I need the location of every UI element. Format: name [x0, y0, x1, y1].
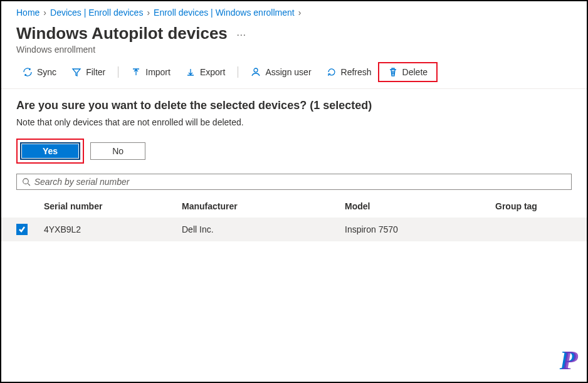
filter-icon	[71, 67, 81, 77]
chevron-right-icon: ›	[147, 8, 150, 18]
breadcrumb: Home › Devices | Enroll devices › Enroll…	[1, 1, 587, 21]
trash-icon	[388, 67, 398, 77]
cell-model: Inspiron 7570	[345, 224, 495, 234]
search-icon	[22, 177, 31, 186]
breadcrumb-home[interactable]: Home	[16, 8, 39, 18]
svg-point-0	[254, 68, 258, 72]
delete-label: Delete	[402, 67, 428, 77]
col-manufacturer[interactable]: Manufacturer	[182, 201, 345, 211]
export-icon	[186, 67, 196, 77]
confirm-note: Note that only devices that are not enro…	[16, 117, 572, 127]
filter-button[interactable]: Filter	[65, 65, 112, 80]
check-icon	[18, 226, 26, 233]
cell-serial: 4YXB9L2	[44, 224, 182, 234]
table-header: Serial number Manufacturer Model Group t…	[1, 195, 587, 218]
page-subtitle: Windows enrollment	[16, 45, 572, 55]
yes-highlight: Yes	[16, 139, 84, 164]
refresh-icon	[327, 67, 337, 77]
table-row[interactable]: 4YXB9L2 Dell Inc. Inspiron 7570	[1, 218, 587, 241]
breadcrumb-devices[interactable]: Devices | Enroll devices	[50, 8, 143, 18]
sync-icon	[23, 67, 33, 77]
toolbar: Sync Filter Import Export Assign user Re…	[1, 56, 587, 89]
row-checkbox[interactable]	[16, 224, 28, 235]
search-input[interactable]	[34, 177, 566, 187]
assign-user-label: Assign user	[265, 67, 311, 77]
confirm-dialog: Are you sure you want to delete the sele…	[1, 89, 587, 169]
col-group-tag[interactable]: Group tag	[495, 201, 572, 211]
sync-label: Sync	[37, 67, 56, 77]
no-button[interactable]: No	[90, 142, 145, 160]
sync-button[interactable]: Sync	[16, 65, 63, 80]
export-button[interactable]: Export	[179, 65, 231, 80]
chevron-right-icon: ›	[43, 8, 46, 18]
yes-button[interactable]: Yes	[20, 142, 80, 160]
watermark-logo: PP	[560, 345, 578, 375]
confirm-title: Are you sure you want to delete the sele…	[16, 99, 572, 112]
more-icon[interactable]: …	[236, 27, 246, 41]
refresh-label: Refresh	[341, 67, 372, 77]
page-title: Windows Autopilot devices	[16, 24, 228, 43]
import-button[interactable]: Import	[125, 65, 177, 80]
filter-label: Filter	[86, 67, 105, 77]
cell-manufacturer: Dell Inc.	[182, 224, 345, 234]
chevron-right-icon: ›	[298, 8, 302, 18]
svg-point-1	[23, 179, 29, 184]
assign-user-button[interactable]: Assign user	[244, 65, 317, 80]
import-label: Import	[145, 67, 171, 77]
import-icon	[131, 67, 141, 77]
breadcrumb-enrollment[interactable]: Enroll devices | Windows enrollment	[154, 8, 295, 18]
devices-table: Serial number Manufacturer Model Group t…	[1, 195, 587, 241]
user-icon	[251, 67, 261, 77]
delete-highlight: Delete	[378, 62, 438, 82]
col-serial[interactable]: Serial number	[44, 201, 182, 211]
refresh-button[interactable]: Refresh	[320, 65, 378, 80]
export-label: Export	[200, 67, 225, 77]
separator	[118, 66, 118, 78]
search-box[interactable]	[16, 174, 572, 190]
delete-button[interactable]: Delete	[382, 65, 434, 80]
col-model[interactable]: Model	[345, 201, 495, 211]
separator	[238, 66, 238, 78]
